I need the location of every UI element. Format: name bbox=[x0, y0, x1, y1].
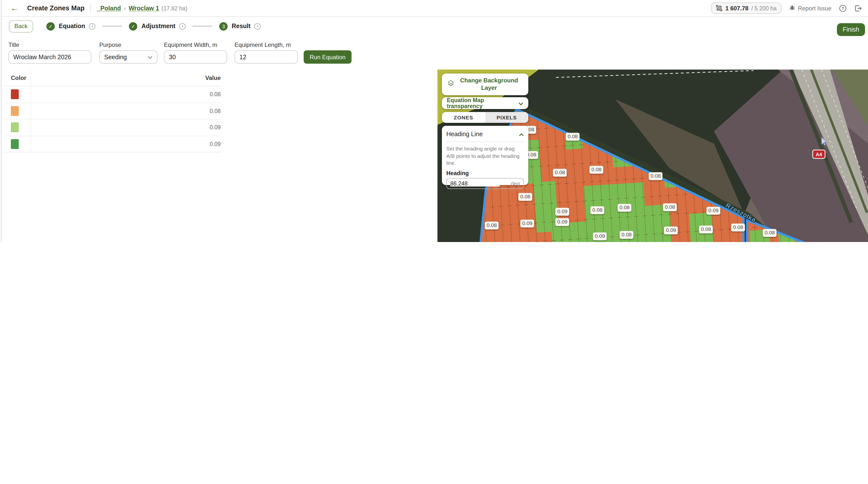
zone-value-label: 0.08 bbox=[566, 133, 580, 140]
step-adjustment-label: Adjustment bbox=[142, 23, 176, 30]
column-divider bbox=[31, 119, 31, 135]
step-equation-label: Equation bbox=[59, 23, 85, 30]
zone-value-label: 0.08 bbox=[663, 203, 677, 211]
zone-value-label: 0.09 bbox=[664, 226, 678, 234]
equipment-width-label: Equipment Width, m bbox=[164, 41, 217, 49]
equipment-length-label: Equipment Length, m bbox=[235, 41, 291, 49]
step-result-number: 3 bbox=[219, 22, 228, 30]
zone-color-swatch bbox=[11, 90, 19, 99]
heading-line-description: Set the heading angle or drag A/B points… bbox=[446, 145, 524, 167]
zone-value-label: 0.08 bbox=[553, 169, 567, 176]
zone-color-swatch bbox=[11, 123, 19, 132]
zone-value: 0.09 bbox=[210, 141, 221, 147]
equation-map-transparency-dropdown[interactable]: Equation Map transparency bbox=[442, 97, 528, 109]
field-area-text: (17.82 ha) bbox=[161, 5, 187, 11]
zone-value-label: 0.08 bbox=[591, 206, 604, 214]
top-header: ← Create Zones Map _Poland › Wroclaw 1 (… bbox=[2, 0, 868, 17]
zone-value-label: 0.08 bbox=[763, 229, 777, 236]
color-column-header: Color bbox=[11, 74, 26, 81]
table-row: 0.08 bbox=[5, 86, 221, 103]
finish-button[interactable]: Finish bbox=[837, 23, 865, 36]
tab-pixels[interactable]: PIXELS bbox=[485, 112, 528, 123]
help-icon[interactable]: ? bbox=[839, 4, 847, 12]
heading-line-title: Heading Line bbox=[446, 131, 483, 138]
back-arrow-icon[interactable]: ← bbox=[10, 4, 19, 12]
zone-color-swatch bbox=[11, 106, 19, 116]
table-row: 0.09 bbox=[5, 136, 221, 153]
step-connector bbox=[102, 26, 122, 27]
table-header: Color Value bbox=[5, 70, 221, 86]
change-background-layer-button[interactable]: Change Background Layer bbox=[442, 73, 528, 95]
zone-value-label: 0.08 bbox=[731, 224, 745, 231]
table-row: 0.09 bbox=[5, 119, 221, 136]
change-background-label: Change Background Layer bbox=[455, 77, 523, 92]
equipment-length-input[interactable] bbox=[235, 50, 298, 64]
step-connector bbox=[192, 26, 212, 27]
zone-value-label: 0.09 bbox=[555, 208, 569, 215]
zone-value-label: 0.08 bbox=[649, 172, 663, 180]
purpose-label: Purpose bbox=[99, 41, 121, 49]
heading-input-wrap: deg bbox=[446, 178, 524, 189]
heading-unit: deg bbox=[511, 181, 520, 187]
zone-value-label: 0.08 bbox=[485, 222, 499, 229]
equation-info-icon[interactable]: i bbox=[89, 23, 96, 29]
column-divider bbox=[31, 70, 31, 86]
zone-value-label: 0.08 bbox=[699, 225, 713, 233]
zones-pixels-tabs: ZONES PIXELS bbox=[442, 112, 528, 123]
area-usage-chip[interactable]: 1 607.78 / 5 200 ha bbox=[711, 2, 782, 14]
breadcrumb-field-link[interactable]: Wroclaw 1 bbox=[129, 5, 159, 11]
zone-value: 0.08 bbox=[210, 108, 221, 114]
collapsed-sidebar-rail[interactable] bbox=[0, 0, 2, 242]
steps: ✓ Equation i ✓ Adjustment i 3 Result i bbox=[46, 22, 261, 30]
back-button[interactable]: Back bbox=[9, 20, 33, 32]
title-label: Title bbox=[8, 41, 19, 49]
zone-value-label: 0.09 bbox=[707, 207, 721, 214]
column-divider bbox=[31, 103, 31, 119]
zone-value: 0.08 bbox=[210, 92, 221, 97]
breadcrumb-farm-link[interactable]: _Poland bbox=[97, 5, 121, 11]
chevron-down-icon bbox=[148, 54, 153, 60]
zone-value: 0.09 bbox=[210, 125, 221, 130]
step-result-label: Result bbox=[231, 23, 250, 30]
hatched-area-icon bbox=[716, 5, 722, 11]
heading-input[interactable] bbox=[450, 181, 500, 187]
bug-icon bbox=[789, 4, 796, 12]
column-divider bbox=[31, 136, 31, 152]
area-used-value: 1 607.78 bbox=[725, 5, 748, 11]
title-input[interactable] bbox=[8, 50, 91, 64]
zone-value-label: 0.08 bbox=[590, 166, 603, 173]
header-right-cluster: 1 607.78 / 5 200 ha Report Issue ? bbox=[711, 2, 868, 14]
result-info-icon[interactable]: i bbox=[254, 23, 261, 29]
report-issue-button[interactable]: Report Issue bbox=[789, 4, 832, 12]
transparency-label: Equation Map transparency bbox=[447, 97, 519, 109]
map-viewport[interactable]: Rzeszotka A4 A B bbox=[437, 70, 868, 242]
zone-value-label: 0.09 bbox=[520, 220, 534, 227]
table-row: 0.08 bbox=[5, 103, 221, 119]
purpose-select[interactable]: Seeding bbox=[99, 50, 157, 64]
exit-icon[interactable] bbox=[854, 4, 862, 12]
area-total-value: / 5 200 ha bbox=[751, 5, 777, 11]
chevron-up-icon[interactable] bbox=[519, 130, 524, 139]
breadcrumb-separator: › bbox=[124, 5, 126, 11]
zone-value-label: 0.08 bbox=[618, 204, 632, 212]
equipment-width-input[interactable] bbox=[164, 50, 227, 64]
svg-text:?: ? bbox=[842, 6, 844, 10]
tab-zones[interactable]: ZONES bbox=[442, 112, 485, 123]
stepper-bar: Back ✓ Equation i ✓ Adjustment i 3 Resul… bbox=[2, 17, 868, 35]
zone-color-swatch bbox=[11, 139, 19, 149]
heading-label: Heading bbox=[446, 170, 524, 176]
page-title: Create Zones Map bbox=[27, 4, 85, 12]
layers-icon bbox=[447, 79, 455, 89]
step-adjustment-check-icon: ✓ bbox=[129, 22, 137, 30]
create-zones-map-page: ← Create Zones Map _Poland › Wroclaw 1 (… bbox=[0, 0, 868, 242]
report-issue-label: Report Issue bbox=[798, 5, 832, 11]
zone-value-label: 0.09 bbox=[593, 232, 607, 240]
run-equation-button[interactable]: Run Equation bbox=[304, 50, 351, 64]
adjustment-info-icon[interactable]: i bbox=[179, 23, 186, 29]
purpose-value: Seeding bbox=[104, 54, 127, 60]
table-body: 0.080.080.090.09 bbox=[5, 86, 221, 153]
zone-value-label: 0.08 bbox=[620, 231, 634, 238]
zone-value-label: 0.09 bbox=[555, 218, 569, 226]
heading-line-panel: Heading Line Set the heading angle or dr… bbox=[442, 126, 528, 185]
zones-value-table: Color Value 0.080.080.090.09 bbox=[5, 70, 221, 153]
